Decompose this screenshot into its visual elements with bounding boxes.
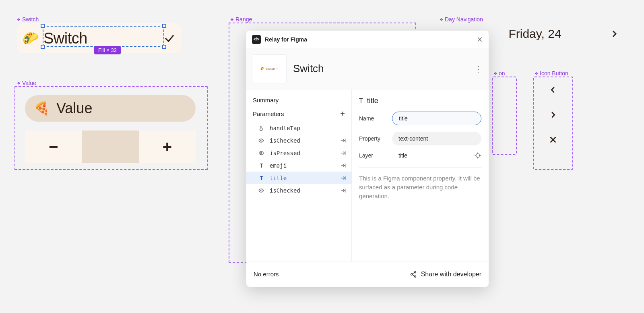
selection-handle[interactable]	[41, 24, 45, 28]
arrow-out-icon	[340, 150, 347, 156]
plus-button[interactable]: +	[139, 131, 196, 163]
component-name: Switch	[293, 62, 324, 75]
eye-icon	[258, 150, 265, 156]
stepper-display	[82, 131, 138, 163]
component-bullet-icon: ❖	[493, 71, 497, 76]
parameter-row[interactable]: isChecked	[246, 184, 351, 197]
component-bullet-icon: ❖	[17, 81, 21, 85]
day-nav-date: Friday, 24	[508, 27, 561, 41]
component-label-iconbtn-a[interactable]: ❖ on	[493, 70, 505, 77]
thumb-text: 🌮 Switch ✓	[260, 67, 279, 70]
component-label-text: Value	[22, 80, 36, 86]
relay-footer: No errors Share with developer	[246, 261, 489, 287]
arrow-out-icon	[340, 187, 347, 194]
component-label-range[interactable]: ❖ Range	[230, 16, 252, 23]
switch-title: Switch	[43, 30, 87, 47]
svg-point-12	[414, 271, 416, 273]
value-pill[interactable]: 🍕 Value	[25, 95, 196, 122]
chevron-left-icon[interactable]	[549, 85, 557, 94]
arrow-out-icon	[340, 137, 347, 144]
parameter-row[interactable]: handleTap	[246, 122, 351, 134]
detail-heading-text: title	[367, 97, 378, 105]
check-icon	[163, 32, 175, 44]
component-bullet-icon: ❖	[17, 17, 21, 22]
plus-label: +	[163, 138, 172, 156]
property-select[interactable]: text-content	[392, 132, 481, 145]
component-label-text: Switch	[22, 16, 39, 23]
parameter-row[interactable]: isPressed	[246, 147, 351, 159]
chevron-right-icon[interactable]	[549, 110, 557, 119]
tap-icon	[258, 125, 265, 131]
share-icon	[410, 271, 417, 278]
minus-button[interactable]: −	[25, 131, 82, 163]
name-label: Name	[359, 115, 387, 122]
parameter-row[interactable]: Temoji	[246, 159, 351, 172]
svg-point-14	[414, 276, 416, 277]
relay-header-title: Relay for Figma	[265, 36, 307, 43]
name-field-row: Name title	[359, 112, 481, 125]
component-bullet-icon: ❖	[440, 17, 443, 22]
selection-handle[interactable]	[41, 45, 45, 49]
component-label-text: Range	[235, 16, 252, 23]
switch-emoji: 🌮	[23, 31, 39, 46]
selection-handle[interactable]	[162, 24, 166, 28]
eye-icon	[258, 138, 265, 143]
svg-point-13	[411, 274, 412, 275]
detail-description: This is a Figma component property. It w…	[359, 174, 481, 200]
svg-point-6	[260, 190, 262, 191]
component-label-iconbtn-b[interactable]: ❖ Icon Button	[535, 70, 568, 77]
layer-field-row: Layer title	[359, 152, 481, 159]
close-icon[interactable]	[477, 36, 483, 43]
component-label-text: Day Navigation	[445, 16, 483, 23]
parameter-name: handleTap	[270, 125, 300, 131]
iconbtn-frame-a[interactable]	[492, 77, 517, 155]
share-label: Share with developer	[421, 271, 481, 278]
relay-panel: </> Relay for Figma 🌮 Switch ✓ Switch ⋮ …	[246, 31, 489, 287]
property-value: text-content	[398, 135, 428, 142]
parameter-name: isChecked	[270, 137, 300, 144]
component-bullet-icon: ❖	[230, 17, 234, 22]
text-icon: T	[359, 97, 363, 105]
kebab-menu-icon[interactable]: ⋮	[474, 64, 482, 74]
svg-point-5	[260, 152, 262, 154]
chevron-right-icon[interactable]	[609, 29, 619, 39]
arrow-out-icon	[340, 162, 347, 169]
property-field-row: Property text-content	[359, 132, 481, 145]
relay-logo-icon: </>	[252, 35, 261, 44]
parameter-list: handleTapisCheckedisPressedTemojiTtitlei…	[246, 122, 351, 197]
share-button[interactable]: Share with developer	[410, 271, 481, 278]
iconbtn-stack	[534, 77, 572, 152]
component-label-switch[interactable]: ❖ Switch	[17, 16, 39, 23]
relay-left-pane: Summary Parameters + handleTapisCheckedi…	[246, 89, 352, 261]
component-label-value[interactable]: ❖ Value	[17, 80, 36, 86]
component-label-text: Icon Button	[540, 70, 568, 77]
iconbtn-frame-b[interactable]	[533, 77, 573, 170]
relay-body: Summary Parameters + handleTapisCheckedi…	[246, 89, 489, 261]
relay-header: </> Relay for Figma	[246, 31, 489, 48]
parameter-row[interactable]: Ttitle	[246, 172, 351, 184]
property-label: Property	[359, 135, 387, 142]
svg-line-15	[412, 272, 415, 274]
name-input[interactable]: title	[392, 112, 481, 125]
parameter-row[interactable]: isChecked	[246, 134, 351, 147]
parameter-name: isChecked	[270, 187, 300, 194]
relay-right-pane: T title Name title Property text-content…	[352, 89, 489, 261]
component-label-daynav[interactable]: ❖ Day Navigation	[440, 16, 483, 23]
selection-handle[interactable]	[162, 45, 166, 49]
svg-point-7	[476, 154, 480, 158]
value-stepper-row: − +	[25, 131, 196, 163]
component-thumbnail: 🌮 Switch ✓	[253, 54, 287, 83]
add-parameter-icon[interactable]: +	[340, 109, 345, 118]
close-icon[interactable]	[549, 135, 557, 144]
component-label-text: on	[499, 70, 505, 77]
arrow-out-icon	[340, 175, 347, 181]
minus-label: −	[49, 138, 58, 156]
summary-label[interactable]: Summary	[246, 97, 351, 109]
parameters-header: Parameters +	[246, 109, 351, 122]
target-icon[interactable]	[474, 152, 481, 159]
size-badge: Fill × 32	[94, 46, 121, 54]
detail-heading: T title	[359, 97, 481, 105]
svg-line-16	[412, 274, 415, 276]
layer-label: Layer	[359, 152, 387, 159]
parameter-name: title	[270, 175, 287, 181]
